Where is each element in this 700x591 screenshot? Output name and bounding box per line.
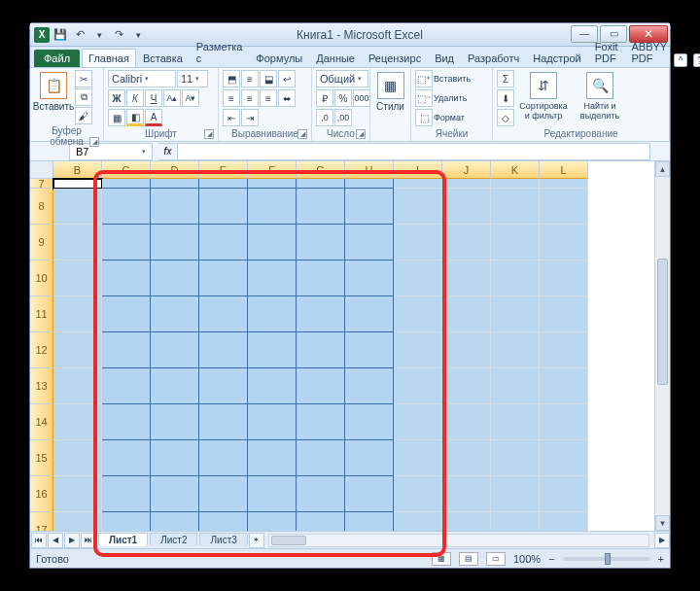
tab-developer[interactable]: Разработч bbox=[461, 49, 526, 67]
font-size-combo[interactable]: 11▾ bbox=[177, 70, 208, 87]
cell-D7[interactable] bbox=[151, 179, 199, 189]
column-header-G[interactable]: G bbox=[297, 161, 345, 179]
fill-color-button[interactable]: ◧ bbox=[126, 109, 144, 126]
cell-E13[interactable] bbox=[199, 368, 248, 404]
cell-D11[interactable] bbox=[151, 296, 199, 332]
cell-E10[interactable] bbox=[199, 261, 248, 296]
insert-cells-icon[interactable]: ⬚⁺ bbox=[415, 70, 433, 87]
cell-H14[interactable] bbox=[345, 404, 394, 440]
row-header-11[interactable]: 11 bbox=[30, 296, 53, 332]
row-header-14[interactable]: 14 bbox=[30, 404, 53, 440]
qat-save-button[interactable]: 💾 bbox=[52, 26, 69, 44]
qat-undo-dropdown[interactable]: ▾ bbox=[90, 26, 108, 44]
grow-font-button[interactable]: A▴ bbox=[163, 89, 181, 107]
column-header-J[interactable]: J bbox=[442, 161, 491, 179]
merge-center-button[interactable]: ⬌ bbox=[278, 89, 296, 107]
cell-J15[interactable] bbox=[442, 440, 491, 476]
clear-button[interactable]: ◇ bbox=[497, 109, 514, 126]
font-name-combo[interactable]: Calibri▾ bbox=[108, 70, 176, 87]
cell-H11[interactable] bbox=[345, 296, 394, 332]
comma-style-button[interactable]: 000 bbox=[353, 89, 370, 107]
cell-K9[interactable] bbox=[491, 225, 540, 261]
cell-L7[interactable] bbox=[540, 179, 588, 189]
qat-customize-dropdown[interactable]: ▾ bbox=[129, 26, 147, 44]
qat-undo-button[interactable]: ↶ bbox=[71, 26, 88, 44]
shrink-font-button[interactable]: A▾ bbox=[182, 89, 199, 107]
cell-G14[interactable] bbox=[297, 404, 345, 440]
cell-D17[interactable] bbox=[151, 512, 199, 531]
cell-J12[interactable] bbox=[442, 332, 491, 368]
scroll-up-button[interactable]: ▲ bbox=[655, 161, 670, 177]
cell-L9[interactable] bbox=[540, 225, 588, 261]
cell-H7[interactable] bbox=[345, 179, 394, 189]
align-center-button[interactable]: ≡ bbox=[241, 89, 259, 107]
cell-E15[interactable] bbox=[199, 440, 248, 476]
row-header-13[interactable]: 13 bbox=[30, 368, 53, 404]
bold-button[interactable]: Ж bbox=[108, 89, 125, 107]
cell-E8[interactable] bbox=[199, 189, 248, 225]
cell-B14[interactable] bbox=[53, 404, 102, 440]
new-sheet-button[interactable]: ✶ bbox=[249, 533, 264, 548]
cut-button[interactable]: ✂ bbox=[75, 70, 92, 87]
cell-F7[interactable] bbox=[248, 179, 297, 189]
column-header-H[interactable]: H bbox=[345, 161, 394, 179]
cell-G8[interactable] bbox=[297, 189, 345, 225]
file-tab[interactable]: Файл bbox=[34, 50, 80, 67]
ribbon-minimize-button[interactable]: ^ bbox=[674, 53, 687, 67]
cell-F13[interactable] bbox=[248, 368, 297, 404]
formula-input[interactable] bbox=[178, 143, 650, 160]
cell-F16[interactable] bbox=[248, 476, 297, 512]
tab-view[interactable]: Вид bbox=[428, 49, 461, 67]
format-cells-icon[interactable]: ⬚ bbox=[415, 109, 433, 126]
row-header-12[interactable]: 12 bbox=[30, 332, 53, 368]
cell-I9[interactable] bbox=[394, 225, 442, 261]
zoom-percent[interactable]: 100% bbox=[513, 553, 541, 565]
tab-data[interactable]: Данные bbox=[309, 49, 362, 67]
cell-B15[interactable] bbox=[53, 440, 102, 476]
cell-G9[interactable] bbox=[297, 225, 345, 261]
sheet-tab-2[interactable]: Лист2 bbox=[150, 533, 197, 546]
cell-B7[interactable] bbox=[53, 179, 102, 189]
cell-K11[interactable] bbox=[491, 296, 540, 332]
hscroll-right-button[interactable]: ▶ bbox=[654, 533, 670, 548]
cell-C9[interactable] bbox=[102, 225, 151, 261]
cell-D14[interactable] bbox=[151, 404, 199, 440]
column-header-D[interactable]: D bbox=[151, 161, 199, 179]
cell-I17[interactable] bbox=[394, 512, 442, 531]
cell-J9[interactable] bbox=[442, 225, 491, 261]
cell-B17[interactable] bbox=[53, 512, 102, 531]
cell-C7[interactable] bbox=[102, 179, 151, 189]
row-header-9[interactable]: 9 bbox=[30, 225, 53, 261]
vertical-scrollbar[interactable]: ▲ ▼ bbox=[654, 161, 670, 531]
zoom-slider[interactable] bbox=[563, 557, 650, 561]
cell-I16[interactable] bbox=[394, 476, 442, 512]
cell-G11[interactable] bbox=[297, 296, 345, 332]
cell-I15[interactable] bbox=[394, 440, 442, 476]
cell-C16[interactable] bbox=[102, 476, 151, 512]
number-format-combo[interactable]: Общий▾ bbox=[316, 70, 368, 87]
cell-G15[interactable] bbox=[297, 440, 345, 476]
row-header-8[interactable]: 8 bbox=[30, 189, 53, 225]
paste-button[interactable]: 📋 Вставить bbox=[34, 70, 73, 114]
cell-C11[interactable] bbox=[102, 296, 151, 332]
align-right-button[interactable]: ≡ bbox=[260, 89, 277, 107]
sheet-nav-first[interactable]: ⏮ bbox=[31, 533, 47, 548]
fill-button[interactable]: ⬇ bbox=[497, 89, 514, 107]
qat-redo-button[interactable]: ↷ bbox=[110, 26, 127, 44]
column-header-F[interactable]: F bbox=[248, 161, 297, 179]
alignment-dialog-launcher[interactable]: ◢ bbox=[298, 129, 307, 139]
cell-B16[interactable] bbox=[53, 476, 102, 512]
cell-styles-button[interactable]: ▦ Стили bbox=[374, 70, 406, 114]
cell-F8[interactable] bbox=[248, 189, 297, 225]
cell-E11[interactable] bbox=[199, 296, 248, 332]
delete-cells-icon[interactable]: ⬚⁻ bbox=[415, 89, 433, 107]
cell-C14[interactable] bbox=[102, 404, 151, 440]
currency-button[interactable]: ₽ bbox=[316, 89, 333, 107]
column-header-I[interactable]: I bbox=[394, 161, 442, 179]
insert-cells-button[interactable]: Вставить bbox=[434, 74, 471, 84]
column-header-E[interactable]: E bbox=[199, 161, 248, 179]
cell-F9[interactable] bbox=[248, 225, 297, 261]
cell-H12[interactable] bbox=[345, 332, 394, 368]
cell-B8[interactable] bbox=[53, 189, 102, 225]
cell-H8[interactable] bbox=[345, 189, 394, 225]
